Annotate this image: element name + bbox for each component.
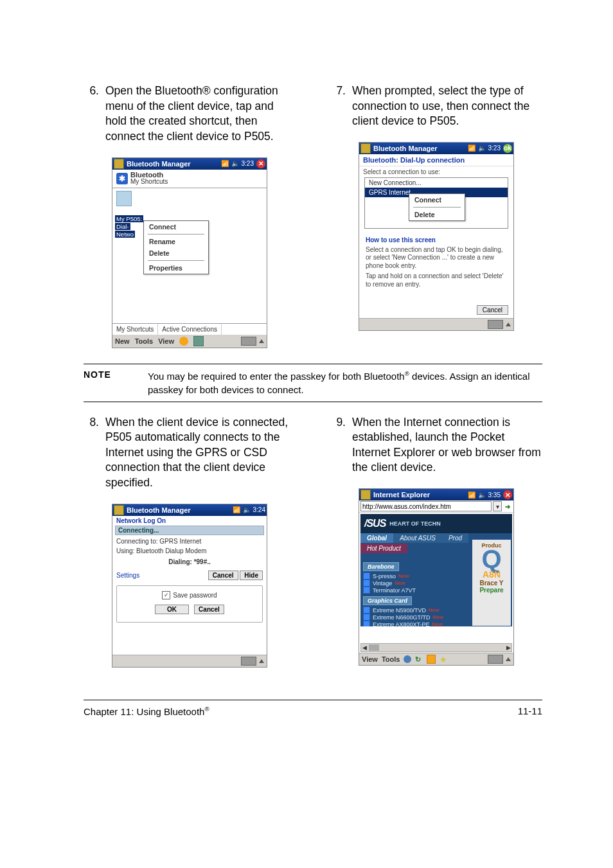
asus-logo: /SUS: [364, 518, 386, 529]
speaker-icon: 🔈: [478, 492, 486, 499]
ctx-delete[interactable]: Delete: [144, 247, 208, 259]
network-logon-label: Network Log On: [112, 516, 267, 524]
bullet-icon: [363, 621, 370, 626]
url-input[interactable]: [360, 501, 492, 511]
keyboard-icon[interactable]: [241, 657, 256, 666]
promo-prepare: Prepare: [479, 587, 503, 594]
list-item[interactable]: New Connection...: [365, 178, 508, 188]
save-password-checkbox[interactable]: ✓: [162, 591, 170, 599]
section-barebone: Barebone: [363, 562, 399, 571]
tab-hot-product[interactable]: Hot Product: [360, 544, 407, 553]
h-scrollbar[interactable]: ◀ ▶: [360, 643, 512, 652]
site-header: /SUS HEART OF TECHN: [360, 514, 512, 533]
signal-icon: 📶: [233, 506, 240, 513]
screenshot-ie: Internet Explorer 📶 🔈 3:35 ✕ ▾ ➔: [359, 488, 514, 666]
sip-up-icon[interactable]: [259, 339, 264, 343]
hide-button[interactable]: Hide: [240, 571, 263, 580]
shortcut-icon[interactable]: [116, 191, 132, 206]
step-6-text: 6. Open the Bluetooth® configuration men…: [84, 84, 296, 145]
nav-back-icon[interactable]: [179, 337, 188, 346]
titlebar: Bluetooth Manager 📶 🔈 3:23 ✕: [112, 158, 267, 170]
menu-tools[interactable]: Tools: [382, 655, 400, 663]
start-flag-icon[interactable]: [360, 490, 371, 500]
network-icon[interactable]: [193, 336, 204, 346]
clock: 3:35: [488, 492, 501, 499]
signal-icon: 📶: [221, 160, 229, 167]
menu-view[interactable]: View: [158, 337, 174, 345]
sip-up-icon[interactable]: [506, 323, 511, 326]
bullet-icon: [363, 572, 370, 580]
dialing: Dialing: *99#..: [116, 558, 263, 565]
content: My P505: Dial- Netwo Connect Rename Dele…: [112, 188, 267, 323]
tabs: My Shortcuts Active Connections: [112, 323, 267, 335]
speaker-icon: 🔈: [231, 160, 239, 167]
scroll-thumb[interactable]: [369, 644, 379, 651]
menu-new[interactable]: New: [115, 337, 130, 345]
title: Bluetooth Manager: [373, 145, 468, 152]
cancel-button[interactable]: Cancel: [208, 571, 238, 580]
scroll-left-icon[interactable]: ◀: [361, 644, 368, 651]
ctx-delete[interactable]: Delete: [409, 209, 465, 220]
tab-prod[interactable]: Prod: [442, 533, 468, 543]
bullet-icon: [363, 607, 370, 614]
bullet-icon: [363, 614, 370, 621]
close-icon[interactable]: ✕: [503, 490, 512, 499]
tab-about[interactable]: About ASUS: [393, 533, 442, 543]
promo-brace: Brace Y: [479, 580, 503, 587]
globe-icon[interactable]: [404, 655, 411, 663]
home-icon[interactable]: [427, 655, 436, 664]
cancel-button[interactable]: Cancel: [477, 305, 508, 315]
ctx-properties[interactable]: Properties: [144, 262, 208, 274]
start-flag-icon[interactable]: [114, 159, 124, 169]
tab-active-connections[interactable]: Active Connections: [158, 324, 222, 335]
bottombar: [112, 655, 267, 667]
menu-view[interactable]: View: [362, 655, 378, 663]
ctx-connect[interactable]: Connect: [144, 221, 208, 233]
connection-listbox[interactable]: New Connection... GPRS Internet Connect …: [364, 177, 508, 229]
step-9: 9. When the Internet connection is estab…: [330, 415, 542, 668]
sip-up-icon[interactable]: [259, 659, 264, 663]
keyboard-icon[interactable]: [488, 655, 503, 664]
step-7-text: 7. When prompted, select the type of con…: [330, 84, 542, 129]
tab-global[interactable]: Global: [360, 533, 393, 543]
clock: 3:24: [253, 506, 265, 513]
note-body: You may be required to enter the passkey…: [148, 369, 542, 396]
screen-title: Bluetooth: Dial-Up connection: [359, 154, 513, 166]
menu-tools[interactable]: Tools: [135, 337, 154, 345]
sip-up-icon[interactable]: [506, 657, 511, 661]
reg-mark: ®: [204, 705, 209, 713]
keyboard-icon[interactable]: [488, 320, 503, 329]
step-6-number: 6.: [84, 84, 99, 99]
context-menu: Connect Rename Delete Properties: [143, 220, 209, 274]
favorites-icon[interactable]: ★: [440, 655, 447, 664]
tab-my-shortcuts[interactable]: My Shortcuts: [112, 324, 158, 335]
settings-link[interactable]: Settings: [116, 572, 139, 579]
ok-icon[interactable]: ok: [503, 144, 512, 153]
ctx-rename[interactable]: Rename: [144, 236, 208, 247]
ok-button[interactable]: OK: [155, 605, 189, 614]
start-flag-icon[interactable]: [114, 505, 124, 515]
title: Internet Explorer: [373, 491, 468, 499]
go-icon[interactable]: ➔: [503, 502, 512, 511]
url-dropdown-icon[interactable]: ▾: [493, 501, 502, 511]
refresh-icon[interactable]: ↻: [415, 655, 423, 663]
help-text-1: Select a connection and tap OK to begin …: [366, 246, 507, 270]
keyboard-icon[interactable]: [241, 337, 256, 346]
step-7-number: 7.: [330, 84, 346, 99]
scroll-right-icon[interactable]: ▶: [505, 644, 511, 651]
close-icon[interactable]: ✕: [256, 159, 265, 168]
step-8: 8. When the client device is connected, …: [84, 415, 296, 668]
content: Network Log On Connecting... Connecting …: [112, 516, 267, 667]
promo-a8n: A8N: [483, 569, 501, 580]
step-9-body: When the Internet connection is establis…: [352, 415, 542, 476]
bottombar: [359, 318, 513, 330]
save-password-label: Save password: [173, 592, 217, 599]
ctx-connect[interactable]: Connect: [409, 194, 465, 206]
start-flag-icon[interactable]: [360, 143, 371, 154]
connecting-to: Connecting to: GPRS Internet: [116, 538, 263, 545]
shortcut-label-1: My P505:: [115, 215, 143, 222]
cancel2-button[interactable]: Cancel: [194, 605, 224, 614]
footer-left: Chapter 11: Using Bluetooth®: [84, 705, 209, 717]
menubar: View Tools ↻ ★: [359, 653, 513, 665]
help-text-2: Tap and hold on a connection and select …: [366, 272, 507, 288]
